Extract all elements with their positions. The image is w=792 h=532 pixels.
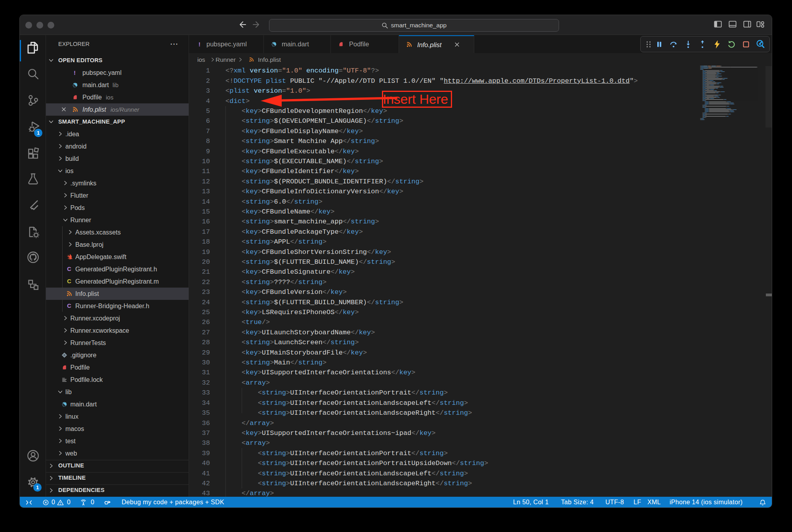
svg-text:!: ! <box>198 41 200 47</box>
svg-text:!: ! <box>74 69 76 76</box>
svg-text:C: C <box>67 278 71 284</box>
svg-text:C: C <box>67 303 71 309</box>
svg-text:C: C <box>67 266 71 272</box>
